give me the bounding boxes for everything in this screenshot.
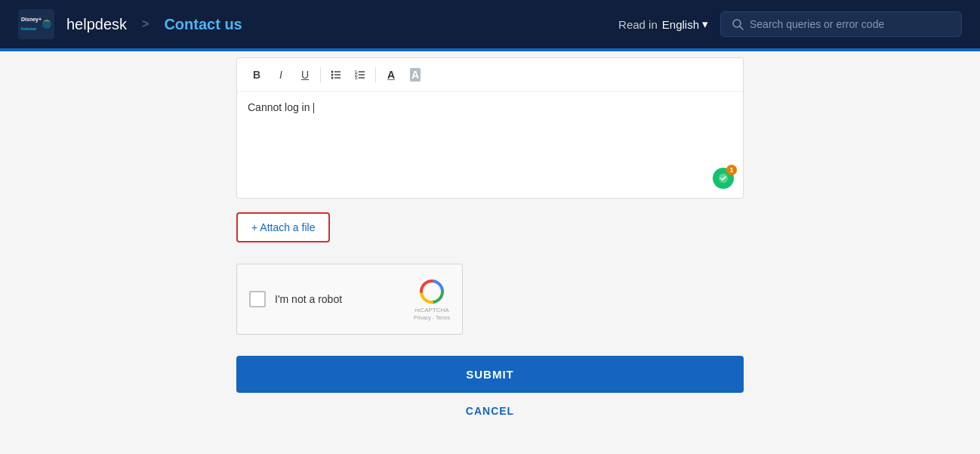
language-selector[interactable]: English ▾ bbox=[662, 17, 708, 31]
svg-point-3 bbox=[42, 20, 51, 29]
toolbar-separator-1 bbox=[320, 67, 321, 82]
recaptcha-container: I'm not a robot reCAPTCHA Privacy - Term… bbox=[236, 264, 463, 335]
recaptcha-box[interactable]: I'm not a robot reCAPTCHA Privacy - Term… bbox=[236, 264, 463, 335]
grammarly-badge: 1 bbox=[726, 165, 737, 175]
recaptcha-privacy: Privacy - Terms bbox=[414, 315, 450, 320]
read-in-label: Read in bbox=[618, 18, 658, 31]
header: Disney+ hotstar helpdesk > Contact us Re… bbox=[0, 0, 980, 48]
recaptcha-checkbox[interactable] bbox=[249, 291, 266, 307]
underline-button[interactable]: U bbox=[294, 64, 316, 85]
svg-line-5 bbox=[740, 26, 743, 29]
submit-button[interactable]: SUBMIT bbox=[236, 356, 744, 393]
attach-file-button[interactable]: + Attach a file bbox=[236, 212, 330, 242]
read-in-section: Read in English ▾ bbox=[618, 17, 708, 31]
recaptcha-label: I'm not a robot bbox=[275, 293, 342, 305]
recaptcha-spinner-icon bbox=[418, 278, 445, 305]
svg-text:3.: 3. bbox=[355, 76, 359, 80]
italic-button[interactable]: I bbox=[270, 64, 291, 85]
message-input-area[interactable]: Cannot log in 1 bbox=[237, 92, 743, 198]
message-editor[interactable]: B I U 1.2.3. A A Cannot log in bbox=[236, 57, 744, 199]
recaptcha-logo: reCAPTCHA Privacy - Terms bbox=[414, 278, 450, 320]
cancel-button[interactable]: CANCEL bbox=[236, 405, 744, 417]
svg-text:Disney+: Disney+ bbox=[21, 17, 42, 23]
toolbar-separator-2 bbox=[375, 67, 376, 82]
grammarly-icon[interactable]: 1 bbox=[713, 168, 734, 189]
main-content: B I U 1.2.3. A A Cannot log in bbox=[218, 57, 762, 417]
brand-name: helpdesk bbox=[66, 16, 127, 33]
svg-text:hotstar: hotstar bbox=[21, 26, 37, 31]
numbered-list-button[interactable]: 1.2.3. bbox=[350, 64, 371, 85]
editor-content: Cannot log in bbox=[248, 101, 310, 113]
breadcrumb-separator: > bbox=[142, 17, 149, 31]
logo[interactable]: Disney+ hotstar bbox=[18, 9, 54, 39]
svg-point-8 bbox=[331, 74, 334, 76]
bullet-list-button[interactable] bbox=[325, 64, 347, 85]
language-value: English bbox=[662, 18, 699, 31]
svg-point-6 bbox=[331, 71, 334, 73]
text-cursor bbox=[313, 103, 314, 113]
search-input[interactable] bbox=[750, 18, 951, 30]
text-color-button[interactable]: A bbox=[381, 64, 402, 85]
recaptcha-left: I'm not a robot bbox=[249, 291, 342, 307]
highlight-button[interactable]: A bbox=[405, 64, 426, 85]
accent-bar bbox=[0, 48, 980, 51]
recaptcha-brand: reCAPTCHA bbox=[414, 307, 448, 313]
editor-toolbar: B I U 1.2.3. A A bbox=[237, 58, 743, 92]
search-icon bbox=[732, 18, 744, 30]
svg-point-10 bbox=[331, 77, 334, 79]
chevron-down-icon: ▾ bbox=[702, 17, 708, 31]
search-bar[interactable] bbox=[720, 11, 962, 37]
page-title[interactable]: Contact us bbox=[164, 16, 242, 33]
bold-button[interactable]: B bbox=[246, 64, 267, 85]
